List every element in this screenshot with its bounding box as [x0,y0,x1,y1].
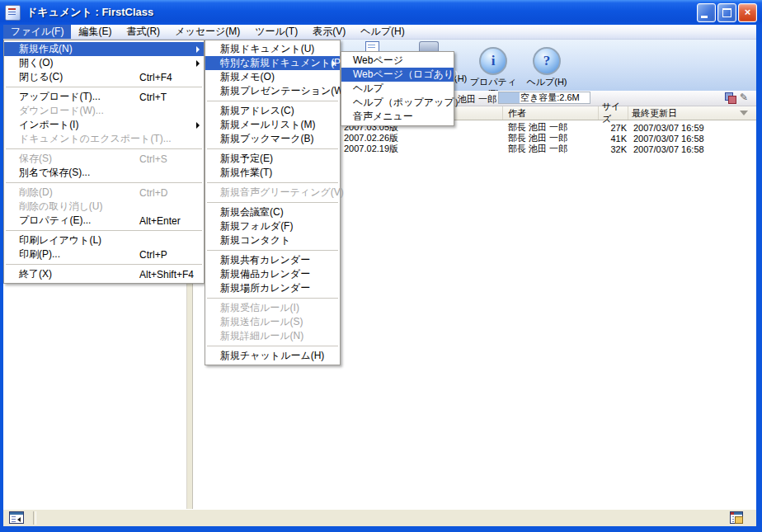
pane-toggle-icon[interactable] [9,511,24,524]
menu-item[interactable]: 新規会議室(C) [205,205,340,219]
column-header-date[interactable]: 最終更新日 [628,106,756,120]
file-date: 2007/03/07 16:58 [628,134,756,144]
file-menu: 新規作成(N) 開く(O) 閉じる(C) Ctrl+F4 アップロード(T)..… [3,40,205,284]
menu-item[interactable]: 新規コンタクト [205,233,340,247]
menu-item-label: ダウンロード(W)... [19,104,104,118]
window-border-bottom [0,526,762,532]
menubar-item-label: ヘルプ(H) [360,25,405,39]
menu-item-label: 新規作成(N) [19,42,73,56]
menu-item[interactable]: ダウンロード(W)... [4,104,204,118]
menubar-item-label: 書式(R) [126,25,160,39]
menu-separator [6,182,202,183]
menubar-item[interactable]: 表示(V) [305,25,353,39]
minimize-icon [701,16,708,18]
menubar-item[interactable]: ファイル(F) [3,25,71,39]
menu-item-label: 新規作業(T) [220,166,272,180]
menu-item[interactable]: 削除(D) Ctrl+D [4,186,204,200]
menubar-item[interactable]: メッセージ(M) [167,25,247,39]
menu-item-label: 新規詳細ルール(N) [220,329,303,343]
column-header-size[interactable]: サイズ [599,106,628,120]
menu-item[interactable]: 開く(O) [4,56,204,70]
toolbar-button[interactable]: ? ヘルプ(H) [520,47,574,88]
menu-item[interactable]: 保存(S) Ctrl+S [4,152,204,166]
menu-item-label: アップロード(T)... [19,90,101,104]
menu-item[interactable]: 新規メモ(O) [205,70,340,84]
menu-item-label: 新規受信ルール(I) [220,301,299,315]
layered-squares-icon[interactable] [724,92,736,104]
menu-item-label: ヘルプ [353,82,383,96]
column-header-author[interactable]: 作者 [503,106,599,120]
menu-item[interactable]: ヘルプ（ポップアップ） [341,96,454,110]
menu-item-label: 新規送信ルール(S) [220,315,303,329]
menu-item[interactable]: 新規アドレス(C) [205,104,340,118]
menu-item-label: 音声メニュー [353,110,413,124]
menu-item-shortcut: Ctrl+S [139,153,167,165]
toolbar-button-icon: i [479,47,507,75]
menu-item-label: 新規フォルダ(F) [220,219,293,233]
menu-item-label: 新規メールリスト(M) [220,118,315,132]
menu-item[interactable]: アップロード(T)... Ctrl+T [4,90,204,104]
menu-item[interactable]: 新規作業(T) [205,166,340,180]
menu-item[interactable]: 新規チャットルーム(H) [205,349,340,363]
menu-item[interactable]: 別名で保存(S)... [4,166,204,180]
menu-item[interactable]: 特別な新規ドキュメント(P) [205,56,340,70]
file-size: 27K [599,123,628,133]
menu-item[interactable]: 終了(X) Alt+Shift+F4 [4,267,204,281]
menu-item[interactable]: Webページ（ロゴあり） [341,68,454,82]
menu-item[interactable]: 印刷(P)... Ctrl+P [4,247,204,261]
menu-item[interactable]: 新規フォルダ(F) [205,219,340,233]
menu-item[interactable]: 新規音声グリーティング(V) [205,186,340,200]
menu-item-label: 印刷レイアウト(L) [19,233,101,247]
menu-item[interactable]: 削除の取り消し(U) [4,200,204,214]
file-size: 41K [599,134,628,144]
close-button[interactable]: × [738,3,757,22]
window-border-right [756,25,762,532]
menu-item[interactable]: 印刷レイアウト(L) [4,233,204,247]
menu-item[interactable]: 新規場所カレンダー [205,281,340,295]
menu-item[interactable]: 新規ドキュメント(U) [205,42,340,56]
application-window: ドキュメント : FirstClass × ファイル(F) 編集(E) 書式(R… [0,0,762,532]
menu-item-label: 特別な新規ドキュメント(P) [220,56,344,70]
menu-item[interactable]: 新規作成(N) [4,42,204,56]
menu-item[interactable]: 新規予定(E) [205,152,340,166]
view-mode-icon[interactable] [730,511,743,524]
menu-item-label: 別名で保存(S)... [19,166,90,180]
menu-item-label: インポート(I) [19,118,78,132]
menu-item-label: 新規チャットルーム(H) [220,349,324,363]
menubar-item-label: 編集(E) [78,25,111,39]
menu-bar: ファイル(F) 編集(E) 書式(R) メッセージ(M) ツール(T) 表示(V… [3,25,756,40]
file-date: 2007/03/07 16:59 [628,123,756,133]
menu-item[interactable]: 新規ブックマーク(B) [205,132,340,146]
capacity-fill [499,92,520,103]
menu-item[interactable]: 新規受信ルール(I) [205,301,340,315]
menu-item[interactable]: ドキュメントのエクスポート(T)... [4,132,204,146]
submenu-arrow-icon [332,60,336,67]
menu-item-label: Webページ [353,54,403,68]
menu-item[interactable]: インポート(I) [4,118,204,132]
menu-item[interactable]: 新規メールリスト(M) [205,118,340,132]
menu-item[interactable]: 閉じる(C) Ctrl+F4 [4,70,204,84]
menu-item[interactable]: 新規詳細ルール(N) [205,329,340,343]
menu-item[interactable]: 音声メニュー [341,110,454,124]
menu-item-label: 新規コンタクト [220,233,290,247]
minimize-button[interactable] [697,3,716,22]
maximize-button[interactable] [717,3,736,22]
menu-item[interactable]: プロパティ(E)... Alt+Enter [4,214,204,228]
capacity-gauge: 空き容量:2.6M [498,92,590,104]
menubar-item[interactable]: ヘルプ(H) [353,25,412,39]
pencil-icon[interactable]: ✎ [740,92,748,104]
menu-item[interactable]: 新規送信ルール(S) [205,315,340,329]
menu-item[interactable]: ヘルプ [341,82,454,96]
menu-item[interactable]: 新規プレゼンテーション(W) [205,84,340,98]
menu-item[interactable]: 新規共有カレンダー [205,253,340,267]
toolbar-button-label: ヘルプ(H) [520,76,574,88]
menubar-item[interactable]: 書式(R) [119,25,167,39]
menubar-item[interactable]: 編集(E) [71,25,119,39]
sort-descending-icon[interactable] [740,111,748,115]
menu-item-shortcut: Alt+Enter [139,215,181,227]
menu-item[interactable]: 新規備品カレンダー [205,267,340,281]
menu-item-shortcut: Alt+Shift+F4 [139,269,194,280]
menu-item-label: 削除の取り消し(U) [19,200,103,214]
menu-item[interactable]: Webページ [341,54,454,68]
menubar-item[interactable]: ツール(T) [247,25,305,39]
